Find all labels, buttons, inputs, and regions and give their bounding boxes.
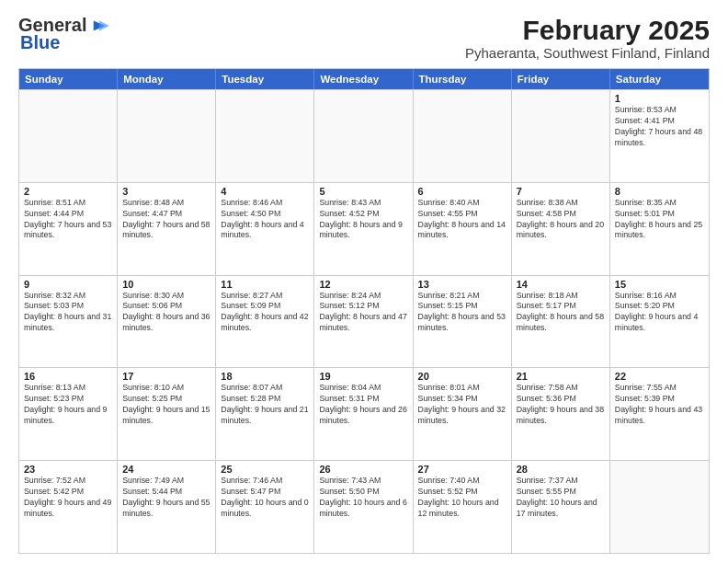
empty-cell-4-6 (610, 461, 709, 553)
day-cell-2: 2Sunrise: 8:51 AM Sunset: 4:44 PM Daylig… (19, 183, 118, 275)
header-day-wednesday: Wednesday (314, 69, 413, 89)
day-cell-22: 22Sunrise: 7:55 AM Sunset: 5:39 PM Dayli… (610, 368, 709, 460)
day-number: 6 (418, 186, 506, 197)
day-cell-24: 24Sunrise: 7:49 AM Sunset: 5:44 PM Dayli… (118, 461, 216, 553)
empty-cell-0-0 (19, 90, 118, 182)
day-number: 16 (24, 371, 112, 382)
day-number: 21 (517, 371, 605, 382)
day-number: 14 (517, 279, 605, 290)
day-info: Sunrise: 8:13 AM Sunset: 5:23 PM Dayligh… (24, 383, 112, 427)
day-number: 20 (418, 371, 506, 382)
day-info: Sunrise: 8:40 AM Sunset: 4:55 PM Dayligh… (418, 198, 506, 242)
day-cell-21: 21Sunrise: 7:58 AM Sunset: 5:36 PM Dayli… (512, 368, 610, 460)
day-number: 1 (615, 93, 704, 104)
logo: General Blue (18, 15, 110, 53)
day-cell-20: 20Sunrise: 8:01 AM Sunset: 5:34 PM Dayli… (414, 368, 512, 460)
calendar-row-4: 23Sunrise: 7:52 AM Sunset: 5:42 PM Dayli… (19, 460, 709, 553)
day-cell-9: 9Sunrise: 8:32 AM Sunset: 5:03 PM Daylig… (19, 276, 118, 368)
day-number: 24 (122, 464, 210, 475)
day-cell-19: 19Sunrise: 8:04 AM Sunset: 5:31 PM Dayli… (314, 368, 413, 460)
day-cell-14: 14Sunrise: 8:18 AM Sunset: 5:17 PM Dayli… (512, 276, 610, 368)
day-cell-26: 26Sunrise: 7:43 AM Sunset: 5:50 PM Dayli… (314, 461, 413, 553)
empty-cell-0-5 (512, 90, 610, 182)
calendar-body: 1Sunrise: 8:53 AM Sunset: 4:41 PM Daylig… (19, 89, 709, 553)
header-day-tuesday: Tuesday (216, 69, 314, 89)
calendar-title: February 2025 (465, 15, 710, 45)
header-day-monday: Monday (118, 69, 216, 89)
day-cell-12: 12Sunrise: 8:24 AM Sunset: 5:12 PM Dayli… (314, 276, 413, 368)
day-info: Sunrise: 8:16 AM Sunset: 5:20 PM Dayligh… (615, 291, 704, 335)
day-cell-11: 11Sunrise: 8:27 AM Sunset: 5:09 PM Dayli… (216, 276, 314, 368)
day-cell-17: 17Sunrise: 8:10 AM Sunset: 5:25 PM Dayli… (118, 368, 216, 460)
calendar-row-1: 2Sunrise: 8:51 AM Sunset: 4:44 PM Daylig… (19, 182, 709, 275)
day-number: 18 (221, 371, 309, 382)
calendar-row-0: 1Sunrise: 8:53 AM Sunset: 4:41 PM Daylig… (19, 89, 709, 182)
day-info: Sunrise: 7:37 AM Sunset: 5:55 PM Dayligh… (517, 476, 605, 520)
day-number: 4 (221, 186, 309, 197)
day-info: Sunrise: 8:35 AM Sunset: 5:01 PM Dayligh… (615, 198, 704, 242)
day-info: Sunrise: 8:53 AM Sunset: 4:41 PM Dayligh… (615, 105, 704, 149)
day-info: Sunrise: 8:32 AM Sunset: 5:03 PM Dayligh… (24, 291, 112, 335)
day-cell-25: 25Sunrise: 7:46 AM Sunset: 5:47 PM Dayli… (216, 461, 314, 553)
day-cell-5: 5Sunrise: 8:43 AM Sunset: 4:52 PM Daylig… (314, 183, 413, 275)
empty-cell-0-1 (118, 90, 216, 182)
day-info: Sunrise: 8:48 AM Sunset: 4:47 PM Dayligh… (122, 198, 210, 242)
day-info: Sunrise: 8:04 AM Sunset: 5:31 PM Dayligh… (319, 383, 407, 427)
day-number: 2 (24, 186, 112, 197)
header-day-sunday: Sunday (19, 69, 118, 89)
day-info: Sunrise: 8:30 AM Sunset: 5:06 PM Dayligh… (122, 291, 210, 335)
day-number: 19 (319, 371, 407, 382)
day-cell-16: 16Sunrise: 8:13 AM Sunset: 5:23 PM Dayli… (19, 368, 118, 460)
header-day-thursday: Thursday (414, 69, 512, 89)
title-block: February 2025 Pyhaeranta, Southwest Finl… (465, 15, 710, 61)
day-info: Sunrise: 8:24 AM Sunset: 5:12 PM Dayligh… (319, 291, 407, 335)
svg-marker-1 (99, 20, 109, 30)
calendar-row-2: 9Sunrise: 8:32 AM Sunset: 5:03 PM Daylig… (19, 275, 709, 368)
empty-cell-0-4 (414, 90, 512, 182)
day-info: Sunrise: 8:07 AM Sunset: 5:28 PM Dayligh… (221, 383, 309, 427)
empty-cell-0-3 (314, 90, 413, 182)
day-info: Sunrise: 8:01 AM Sunset: 5:34 PM Dayligh… (418, 383, 506, 427)
empty-cell-0-2 (216, 90, 314, 182)
day-number: 13 (418, 279, 506, 290)
day-cell-7: 7Sunrise: 8:38 AM Sunset: 4:58 PM Daylig… (512, 183, 610, 275)
day-info: Sunrise: 8:27 AM Sunset: 5:09 PM Dayligh… (221, 291, 309, 335)
calendar-row-3: 16Sunrise: 8:13 AM Sunset: 5:23 PM Dayli… (19, 367, 709, 460)
day-cell-8: 8Sunrise: 8:35 AM Sunset: 5:01 PM Daylig… (610, 183, 709, 275)
day-info: Sunrise: 7:58 AM Sunset: 5:36 PM Dayligh… (517, 383, 605, 427)
day-cell-28: 28Sunrise: 7:37 AM Sunset: 5:55 PM Dayli… (512, 461, 610, 553)
day-cell-4: 4Sunrise: 8:46 AM Sunset: 4:50 PM Daylig… (216, 183, 314, 275)
day-info: Sunrise: 7:49 AM Sunset: 5:44 PM Dayligh… (122, 476, 210, 520)
logo-icon (88, 19, 110, 32)
day-info: Sunrise: 7:55 AM Sunset: 5:39 PM Dayligh… (615, 383, 704, 427)
day-info: Sunrise: 8:38 AM Sunset: 4:58 PM Dayligh… (517, 198, 605, 242)
day-number: 5 (319, 186, 407, 197)
day-number: 22 (615, 371, 704, 382)
day-cell-15: 15Sunrise: 8:16 AM Sunset: 5:20 PM Dayli… (610, 276, 709, 368)
day-info: Sunrise: 8:46 AM Sunset: 4:50 PM Dayligh… (221, 198, 309, 242)
day-cell-23: 23Sunrise: 7:52 AM Sunset: 5:42 PM Dayli… (19, 461, 118, 553)
day-info: Sunrise: 8:10 AM Sunset: 5:25 PM Dayligh… (122, 383, 210, 427)
day-number: 17 (122, 371, 210, 382)
day-number: 11 (221, 279, 309, 290)
day-number: 23 (24, 464, 112, 475)
day-info: Sunrise: 8:18 AM Sunset: 5:17 PM Dayligh… (517, 291, 605, 335)
day-number: 3 (122, 186, 210, 197)
calendar-subtitle: Pyhaeranta, Southwest Finland, Finland (465, 45, 710, 61)
day-number: 10 (122, 279, 210, 290)
day-cell-6: 6Sunrise: 8:40 AM Sunset: 4:55 PM Daylig… (414, 183, 512, 275)
day-cell-10: 10Sunrise: 8:30 AM Sunset: 5:06 PM Dayli… (118, 276, 216, 368)
header-day-saturday: Saturday (610, 69, 709, 89)
day-number: 7 (517, 186, 605, 197)
day-number: 8 (615, 186, 704, 197)
day-number: 15 (615, 279, 704, 290)
day-cell-18: 18Sunrise: 8:07 AM Sunset: 5:28 PM Dayli… (216, 368, 314, 460)
day-info: Sunrise: 7:40 AM Sunset: 5:52 PM Dayligh… (418, 476, 506, 520)
day-number: 28 (517, 464, 605, 475)
logo-blue: Blue (20, 32, 60, 53)
header-day-friday: Friday (512, 69, 610, 89)
day-info: Sunrise: 8:51 AM Sunset: 4:44 PM Dayligh… (24, 198, 112, 242)
day-cell-1: 1Sunrise: 8:53 AM Sunset: 4:41 PM Daylig… (610, 90, 709, 182)
calendar: SundayMondayTuesdayWednesdayThursdayFrid… (18, 68, 710, 554)
day-number: 12 (319, 279, 407, 290)
